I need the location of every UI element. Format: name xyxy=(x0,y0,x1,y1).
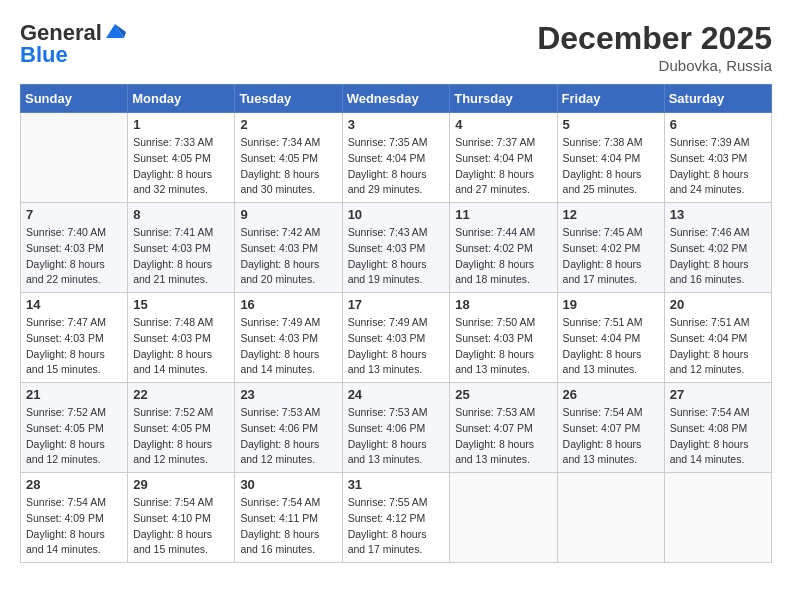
day-number: 17 xyxy=(348,297,445,312)
location: Dubovka, Russia xyxy=(537,57,772,74)
day-cell: 22Sunrise: 7:52 AMSunset: 4:05 PMDayligh… xyxy=(128,383,235,473)
day-cell: 27Sunrise: 7:54 AMSunset: 4:08 PMDayligh… xyxy=(664,383,771,473)
day-cell xyxy=(557,473,664,563)
day-number: 21 xyxy=(26,387,122,402)
day-number: 9 xyxy=(240,207,336,222)
day-cell: 4Sunrise: 7:37 AMSunset: 4:04 PMDaylight… xyxy=(450,113,557,203)
day-cell: 6Sunrise: 7:39 AMSunset: 4:03 PMDaylight… xyxy=(664,113,771,203)
day-cell: 29Sunrise: 7:54 AMSunset: 4:10 PMDayligh… xyxy=(128,473,235,563)
day-info: Sunrise: 7:37 AMSunset: 4:04 PMDaylight:… xyxy=(455,135,551,198)
day-info: Sunrise: 7:45 AMSunset: 4:02 PMDaylight:… xyxy=(563,225,659,288)
day-cell: 13Sunrise: 7:46 AMSunset: 4:02 PMDayligh… xyxy=(664,203,771,293)
day-cell: 20Sunrise: 7:51 AMSunset: 4:04 PMDayligh… xyxy=(664,293,771,383)
day-number: 6 xyxy=(670,117,766,132)
day-number: 15 xyxy=(133,297,229,312)
day-info: Sunrise: 7:42 AMSunset: 4:03 PMDaylight:… xyxy=(240,225,336,288)
day-number: 20 xyxy=(670,297,766,312)
day-cell: 24Sunrise: 7:53 AMSunset: 4:06 PMDayligh… xyxy=(342,383,450,473)
day-number: 7 xyxy=(26,207,122,222)
day-cell: 5Sunrise: 7:38 AMSunset: 4:04 PMDaylight… xyxy=(557,113,664,203)
day-number: 31 xyxy=(348,477,445,492)
day-number: 23 xyxy=(240,387,336,402)
day-info: Sunrise: 7:54 AMSunset: 4:07 PMDaylight:… xyxy=(563,405,659,468)
day-cell: 15Sunrise: 7:48 AMSunset: 4:03 PMDayligh… xyxy=(128,293,235,383)
day-info: Sunrise: 7:54 AMSunset: 4:09 PMDaylight:… xyxy=(26,495,122,558)
day-cell: 14Sunrise: 7:47 AMSunset: 4:03 PMDayligh… xyxy=(21,293,128,383)
column-header-wednesday: Wednesday xyxy=(342,85,450,113)
day-cell: 23Sunrise: 7:53 AMSunset: 4:06 PMDayligh… xyxy=(235,383,342,473)
day-info: Sunrise: 7:34 AMSunset: 4:05 PMDaylight:… xyxy=(240,135,336,198)
day-number: 2 xyxy=(240,117,336,132)
logo-icon xyxy=(104,20,126,42)
day-cell: 31Sunrise: 7:55 AMSunset: 4:12 PMDayligh… xyxy=(342,473,450,563)
day-info: Sunrise: 7:51 AMSunset: 4:04 PMDaylight:… xyxy=(670,315,766,378)
day-info: Sunrise: 7:47 AMSunset: 4:03 PMDaylight:… xyxy=(26,315,122,378)
day-info: Sunrise: 7:40 AMSunset: 4:03 PMDaylight:… xyxy=(26,225,122,288)
column-header-friday: Friday xyxy=(557,85,664,113)
column-header-tuesday: Tuesday xyxy=(235,85,342,113)
column-header-sunday: Sunday xyxy=(21,85,128,113)
day-info: Sunrise: 7:44 AMSunset: 4:02 PMDaylight:… xyxy=(455,225,551,288)
day-info: Sunrise: 7:54 AMSunset: 4:11 PMDaylight:… xyxy=(240,495,336,558)
day-info: Sunrise: 7:50 AMSunset: 4:03 PMDaylight:… xyxy=(455,315,551,378)
day-number: 24 xyxy=(348,387,445,402)
day-number: 3 xyxy=(348,117,445,132)
day-cell: 12Sunrise: 7:45 AMSunset: 4:02 PMDayligh… xyxy=(557,203,664,293)
day-number: 10 xyxy=(348,207,445,222)
day-info: Sunrise: 7:39 AMSunset: 4:03 PMDaylight:… xyxy=(670,135,766,198)
column-header-saturday: Saturday xyxy=(664,85,771,113)
day-number: 18 xyxy=(455,297,551,312)
day-info: Sunrise: 7:51 AMSunset: 4:04 PMDaylight:… xyxy=(563,315,659,378)
day-info: Sunrise: 7:43 AMSunset: 4:03 PMDaylight:… xyxy=(348,225,445,288)
week-row-3: 14Sunrise: 7:47 AMSunset: 4:03 PMDayligh… xyxy=(21,293,772,383)
day-cell: 25Sunrise: 7:53 AMSunset: 4:07 PMDayligh… xyxy=(450,383,557,473)
page-header: General Blue December 2025 Dubovka, Russ… xyxy=(20,20,772,74)
day-cell: 1Sunrise: 7:33 AMSunset: 4:05 PMDaylight… xyxy=(128,113,235,203)
day-info: Sunrise: 7:38 AMSunset: 4:04 PMDaylight:… xyxy=(563,135,659,198)
day-number: 4 xyxy=(455,117,551,132)
day-number: 1 xyxy=(133,117,229,132)
week-row-5: 28Sunrise: 7:54 AMSunset: 4:09 PMDayligh… xyxy=(21,473,772,563)
day-cell xyxy=(664,473,771,563)
day-cell xyxy=(450,473,557,563)
day-number: 29 xyxy=(133,477,229,492)
day-cell: 11Sunrise: 7:44 AMSunset: 4:02 PMDayligh… xyxy=(450,203,557,293)
day-number: 25 xyxy=(455,387,551,402)
day-cell: 2Sunrise: 7:34 AMSunset: 4:05 PMDaylight… xyxy=(235,113,342,203)
title-block: December 2025 Dubovka, Russia xyxy=(537,20,772,74)
column-header-monday: Monday xyxy=(128,85,235,113)
day-info: Sunrise: 7:55 AMSunset: 4:12 PMDaylight:… xyxy=(348,495,445,558)
day-info: Sunrise: 7:54 AMSunset: 4:10 PMDaylight:… xyxy=(133,495,229,558)
calendar-table: SundayMondayTuesdayWednesdayThursdayFrid… xyxy=(20,84,772,563)
day-number: 16 xyxy=(240,297,336,312)
day-number: 12 xyxy=(563,207,659,222)
day-cell: 9Sunrise: 7:42 AMSunset: 4:03 PMDaylight… xyxy=(235,203,342,293)
day-info: Sunrise: 7:53 AMSunset: 4:06 PMDaylight:… xyxy=(348,405,445,468)
day-number: 22 xyxy=(133,387,229,402)
day-cell: 8Sunrise: 7:41 AMSunset: 4:03 PMDaylight… xyxy=(128,203,235,293)
day-info: Sunrise: 7:52 AMSunset: 4:05 PMDaylight:… xyxy=(26,405,122,468)
day-cell: 3Sunrise: 7:35 AMSunset: 4:04 PMDaylight… xyxy=(342,113,450,203)
day-info: Sunrise: 7:49 AMSunset: 4:03 PMDaylight:… xyxy=(348,315,445,378)
day-number: 28 xyxy=(26,477,122,492)
calendar-body: 1Sunrise: 7:33 AMSunset: 4:05 PMDaylight… xyxy=(21,113,772,563)
day-number: 13 xyxy=(670,207,766,222)
day-info: Sunrise: 7:53 AMSunset: 4:07 PMDaylight:… xyxy=(455,405,551,468)
month-title: December 2025 xyxy=(537,20,772,57)
day-cell xyxy=(21,113,128,203)
week-row-4: 21Sunrise: 7:52 AMSunset: 4:05 PMDayligh… xyxy=(21,383,772,473)
day-cell: 19Sunrise: 7:51 AMSunset: 4:04 PMDayligh… xyxy=(557,293,664,383)
day-cell: 30Sunrise: 7:54 AMSunset: 4:11 PMDayligh… xyxy=(235,473,342,563)
column-header-thursday: Thursday xyxy=(450,85,557,113)
calendar-header-row: SundayMondayTuesdayWednesdayThursdayFrid… xyxy=(21,85,772,113)
day-cell: 26Sunrise: 7:54 AMSunset: 4:07 PMDayligh… xyxy=(557,383,664,473)
day-number: 14 xyxy=(26,297,122,312)
day-number: 27 xyxy=(670,387,766,402)
day-info: Sunrise: 7:52 AMSunset: 4:05 PMDaylight:… xyxy=(133,405,229,468)
day-cell: 28Sunrise: 7:54 AMSunset: 4:09 PMDayligh… xyxy=(21,473,128,563)
day-number: 11 xyxy=(455,207,551,222)
day-cell: 7Sunrise: 7:40 AMSunset: 4:03 PMDaylight… xyxy=(21,203,128,293)
day-number: 5 xyxy=(563,117,659,132)
day-number: 19 xyxy=(563,297,659,312)
day-number: 26 xyxy=(563,387,659,402)
